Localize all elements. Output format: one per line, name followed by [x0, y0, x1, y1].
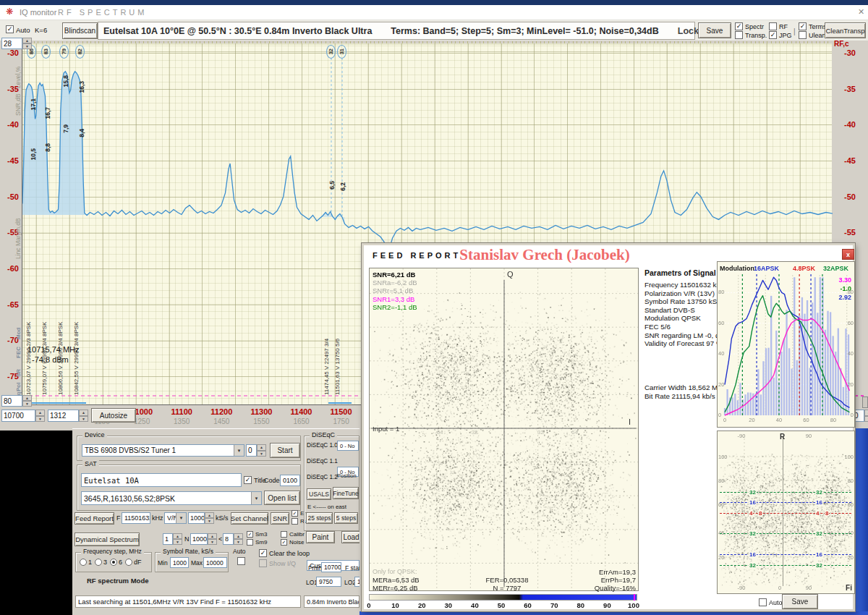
phase-center-line: [783, 437, 783, 586]
scale-top-spinner[interactable]: 28▲▼: [1, 38, 32, 49]
phase-panel: R Fi -9090-900901001008080606040402020 3…: [717, 430, 855, 594]
max-field[interactable]: 10000: [203, 557, 227, 568]
x-label-if: 1550: [243, 417, 279, 425]
min-field[interactable]: 1000: [170, 557, 189, 568]
marker-id-badge: 32: [326, 45, 336, 59]
open-list-button[interactable]: Open list: [264, 491, 300, 505]
tuner-index-spinner[interactable]: 0▲▼: [246, 444, 266, 457]
feed-close-button[interactable]: x: [842, 249, 854, 260]
dyn-count-spinner[interactable]: 1▲▼: [163, 533, 182, 545]
check-rf[interactable]: RF: [769, 22, 788, 30]
phase-threshold-line: 1616: [720, 554, 851, 555]
transponder-select[interactable]: 3645,R,16130,56,S2;8PSK▼: [81, 491, 262, 505]
kss-label: kS/s: [216, 514, 229, 522]
phase-threshold-label: 8: [825, 510, 829, 517]
freq-step-radio[interactable]: dF: [125, 559, 142, 566]
sm9-checkbox[interactable]: Sm9: [247, 539, 267, 546]
device-group: Device TBS 6908 DVBS/S2 Tuner 1▼ 0▲▼ Sta…: [77, 436, 301, 461]
legend-scale-number: 20: [414, 601, 429, 609]
db-label-right: -50: [844, 192, 866, 201]
phase-x-tick: 90: [803, 585, 814, 591]
desktop-blue-right: [855, 428, 868, 615]
hist-y-tick: 60: [848, 320, 854, 326]
frequency-field[interactable]: 11501632: [122, 512, 150, 524]
save-button[interactable]: Save: [698, 22, 731, 38]
sr-auto-checkbox[interactable]: [237, 557, 245, 565]
steps5-button[interactable]: 5 steps: [334, 512, 358, 524]
blindscan-tab[interactable]: Blindscan: [62, 22, 98, 39]
lo2-field[interactable]: 10: [354, 577, 359, 587]
sr-spinner[interactable]: 1000▲▼: [188, 512, 214, 524]
params-lines: Frequency 11501632 kHzPolarization V/R (…: [644, 281, 715, 348]
feed-report-button[interactable]: Feed Report: [75, 512, 114, 525]
hist-x-tick: 80: [828, 417, 838, 423]
phase-threshold-label: 4: [749, 510, 753, 517]
load-button[interactable]: Load: [341, 531, 359, 543]
lo1-field[interactable]: 9750: [316, 577, 341, 587]
snr-button[interactable]: SNR: [271, 512, 289, 525]
fstart-label: F start: [345, 564, 359, 572]
window-close-icon[interactable]: ✕: [858, 7, 864, 17]
transponder-label: 11501,63 V 13750 5/6: [334, 304, 341, 395]
phase-x-tick: -90: [736, 433, 747, 439]
set-channel-button[interactable]: Set Channel: [231, 512, 268, 525]
peak-quality-badge: 83: [41, 45, 51, 59]
axis-name: SNR,dB: [14, 75, 22, 116]
check-transp[interactable]: Transp.: [735, 31, 767, 39]
dynamical-spectrum-button[interactable]: Dynamical Spectrum: [75, 533, 140, 546]
phase-y-tick: 20: [718, 554, 724, 561]
sm3-checkbox[interactable]: Sm3: [247, 531, 267, 538]
check-jpg[interactable]: JPG: [769, 31, 792, 39]
auto-checkbox[interactable]: [6, 25, 14, 33]
cursor-freq: 10715,74 MHz: [27, 344, 80, 355]
scale-bottom-spinner[interactable]: 80▲▼: [1, 395, 32, 407]
param-line: Bit Rate 21115,94 kb/s: [644, 392, 726, 401]
span-spinner[interactable]: 1312▲▼: [48, 410, 88, 422]
check-ulean[interactable]: Ulean: [799, 31, 826, 39]
steps25-button[interactable]: 25 steps: [306, 512, 333, 524]
dyn-8-spinner[interactable]: 8▲▼: [223, 533, 243, 545]
hist-y-tick: 20: [718, 381, 724, 388]
sr-auto-label: Auto: [233, 548, 246, 555]
autosize-button[interactable]: Autosize: [91, 408, 136, 423]
diseqc-row-value[interactable]: 0 - No: [337, 441, 359, 451]
diseqc-row-value[interactable]: Position: [337, 472, 359, 483]
freq-step-radio[interactable]: 1: [80, 559, 92, 566]
phase-threshold-line: 3232: [720, 492, 851, 493]
db-label-left: -65: [0, 300, 19, 309]
show-iq-checkbox[interactable]: Show I/Q: [259, 559, 296, 567]
title-checkbox[interactable]: Title: [244, 476, 266, 484]
freq-step-radio[interactable]: 6: [110, 559, 122, 566]
titlebar: ❋ IQ monitor RF SPECTRUM ✕: [0, 5, 868, 20]
freq-step-radio[interactable]: 3: [95, 559, 107, 566]
only-qpsk-label: Only for QPSK:: [373, 568, 417, 575]
peak-quality-badge: 82: [75, 45, 85, 59]
sat-name-field[interactable]: Eutelsat 10A: [81, 473, 242, 487]
feed-auto-checkbox[interactable]: Auto: [759, 598, 783, 606]
app-name: IQ monitor: [20, 8, 56, 17]
symbol-rate-group: Symbol Rate, kS/s Min 1000 Max 10000: [155, 552, 229, 572]
right-slider-handle[interactable]: [862, 396, 868, 408]
fmin-field[interactable]: 10700: [321, 562, 341, 572]
paint-button[interactable]: Paint: [306, 531, 335, 543]
hist-x-tick: 40: [774, 417, 784, 423]
dyn-n-spinner[interactable]: 1000▲▼: [190, 533, 217, 545]
cleantransp-button[interactable]: CleanTransp: [825, 22, 866, 38]
check-spectr[interactable]: Spectr: [735, 22, 764, 30]
calibr-checkbox[interactable]: Calibr: [281, 531, 305, 538]
usals-button[interactable]: USALS: [307, 488, 331, 500]
check-terms[interactable]: Terms: [799, 22, 827, 30]
code-field[interactable]: 0100: [280, 475, 300, 486]
clear-loop-checkbox[interactable]: Clear the loop: [259, 549, 310, 557]
tuner-select[interactable]: TBS 6908 DVBS/S2 Tuner 1▼: [82, 444, 244, 457]
feed-save-button[interactable]: Save: [782, 594, 818, 609]
phase-threshold-line: 3232: [720, 533, 851, 534]
param-line: Symbol Rate 13750 kS/s: [644, 297, 715, 306]
finetune-button[interactable]: FineTune: [333, 487, 359, 499]
noise-checkbox[interactable]: Noise: [281, 539, 304, 546]
fmin-spinner[interactable]: 10700▲▼: [1, 410, 45, 422]
start-button[interactable]: Start: [270, 443, 300, 458]
polarization-select[interactable]: V/R▼: [164, 512, 187, 524]
marker-snr-label: 6,5: [328, 181, 336, 190]
col-name: Mod: [15, 322, 22, 339]
